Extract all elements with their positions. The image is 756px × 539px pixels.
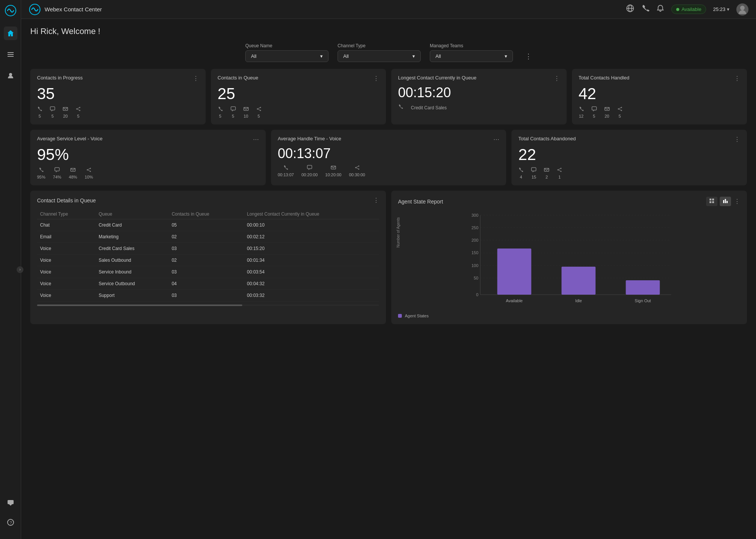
sidebar-item-menu[interactable] [4, 48, 17, 61]
phone-channel-value: 00:13:07 [278, 172, 294, 177]
kpi-total-contacts-abandoned: Total Contacts Abandoned ⋮ 22 4 15 [511, 130, 747, 185]
contact-details-card: Contact Details in Queue ⋮ Channel Type … [30, 191, 386, 324]
table-row: Voice Service Inbound 03 00:03:54 [37, 266, 379, 278]
svg-rect-3 [8, 56, 14, 57]
svg-line-26 [257, 109, 260, 110]
filter-more-button[interactable]: ⋮ [525, 52, 532, 61]
social-channel-icon [557, 167, 562, 174]
contact-details-table: Channel Type Queue Contacts in Queue Lon… [37, 209, 379, 301]
channel-type-select[interactable]: All ▾ [338, 50, 421, 62]
queue-name-select[interactable]: All ▾ [245, 50, 328, 62]
svg-line-47 [356, 168, 359, 169]
svg-rect-41 [307, 165, 312, 169]
contact-details-menu[interactable]: ⋮ [373, 197, 379, 204]
kpi-menu-button[interactable]: ⋮ [373, 75, 379, 82]
queue-name-value: All [251, 53, 256, 59]
kpi-channels: 00:13:07 00:20:00 10:20:00 00:30:00 [278, 165, 500, 177]
sidebar-item-agent[interactable] [4, 69, 17, 82]
managed-teams-chevron: ▾ [505, 53, 507, 59]
kpi-title: Average Handle Time - Voice [278, 136, 341, 142]
timer-value: 25:23 [713, 6, 725, 12]
kpi-menu-button[interactable]: ⋯ [493, 136, 499, 143]
timer-badge: 25:23 ▾ [713, 6, 730, 12]
chat-channel-value: 5 [51, 114, 54, 118]
kpi-longest-contact: Longest Contact Currently in Queue ⋮ 00:… [391, 69, 567, 124]
kpi-subinfo: Credit Card Sales [411, 105, 447, 110]
sidebar-item-messages[interactable] [4, 496, 17, 509]
agent-state-menu[interactable]: ⋮ [734, 198, 740, 205]
kpi-header: Longest Contact Currently in Queue ⋮ [398, 75, 560, 82]
kpi-value: 95% [37, 147, 259, 163]
managed-teams-select[interactable]: All ▾ [430, 50, 513, 62]
status-badge[interactable]: Available [671, 5, 706, 14]
chart-legend: Agent States [398, 314, 740, 318]
svg-line-54 [558, 170, 561, 171]
kpi-header: Contacts in Queue ⋮ [218, 75, 380, 82]
sidebar-item-home[interactable] [4, 26, 17, 40]
kpi-channel-phone: 12 [579, 106, 584, 118]
cell-contacts: 02 [169, 231, 244, 243]
kpi-menu-button[interactable]: ⋮ [554, 75, 560, 82]
kpi-channels: 5 5 20 [37, 106, 199, 118]
svg-rect-34 [55, 168, 59, 171]
chat-channel-value: 74% [53, 175, 61, 179]
kpi-channel-phone: 95% [37, 167, 45, 179]
col-queue: Queue [96, 209, 169, 219]
kpi-value: 42 [579, 86, 741, 102]
user-avatar[interactable] [736, 3, 748, 16]
phone-channel-value: 95% [37, 175, 45, 179]
chat-channel-icon [531, 167, 536, 174]
svg-rect-61 [727, 201, 728, 203]
cell-contacts: 03 [169, 290, 244, 301]
table-row: Chat Credit Card 05 00:00:10 [37, 219, 379, 231]
svg-rect-48 [531, 168, 536, 171]
svg-rect-57 [710, 201, 711, 203]
cell-channel: Chat [37, 219, 96, 231]
bar-chart-view-button[interactable] [720, 197, 731, 206]
svg-line-32 [618, 107, 621, 109]
chat-channel-icon [231, 106, 236, 113]
svg-rect-56 [712, 199, 714, 200]
kpi-channel-chat: 00:20:00 [301, 165, 318, 177]
email-channel-icon [70, 167, 76, 174]
sidebar-toggle[interactable]: › [17, 266, 23, 273]
cell-channel: Voice [37, 290, 96, 301]
kpi-channel-chat: 15 [531, 167, 536, 179]
cell-queue: Sales Outbound [96, 255, 169, 266]
channel-type-chevron: ▾ [412, 53, 415, 59]
queue-name-filter: Queue Name All ▾ [245, 43, 328, 62]
cell-channel: Voice [37, 266, 96, 278]
kpi-menu-button[interactable]: ⋮ [734, 136, 740, 143]
chat-channel-icon [50, 106, 55, 113]
grid-view-button[interactable] [706, 197, 717, 206]
topbar: Webex Contact Center [21, 0, 756, 19]
agent-state-report-card: Agent State Report [391, 191, 747, 324]
chat-channel-value: 5 [232, 114, 234, 118]
col-contacts-in-queue: Contacts in Queue [169, 209, 244, 219]
timer-chevron[interactable]: ▾ [727, 6, 730, 12]
main-area: Webex Contact Center [21, 0, 756, 539]
bell-icon[interactable] [656, 4, 665, 14]
phone-channel-icon [37, 106, 42, 113]
kpi-channels: 95% 74% 48% 10% [37, 167, 259, 179]
sidebar-item-help[interactable]: ? [4, 516, 17, 529]
cell-queue: Service Inbound [96, 266, 169, 278]
kpi-row-2: Average Service Level - Voice ⋯ 95% 95% … [30, 130, 747, 185]
globe-icon[interactable] [626, 4, 634, 14]
email-channel-icon [604, 106, 610, 113]
email-channel-value: 10:20:00 [325, 172, 341, 177]
cell-contacts: 02 [169, 255, 244, 266]
kpi-menu-button[interactable]: ⋮ [734, 75, 740, 82]
table-row: Voice Support 03 00:03:32 [37, 290, 379, 301]
svg-line-19 [77, 109, 80, 110]
kpi-menu-button[interactable]: ⋮ [193, 75, 199, 82]
phone-icon[interactable] [641, 4, 649, 14]
kpi-value: 22 [518, 147, 740, 163]
kpi-channel-social: 5 [256, 106, 262, 118]
kpi-channel-chat: 5 [592, 106, 597, 118]
email-channel-icon [243, 106, 249, 113]
managed-teams-filter: Managed Teams All ▾ [430, 43, 513, 62]
social-channel-value: 10% [85, 175, 93, 179]
kpi-menu-button[interactable]: ⋯ [253, 136, 259, 143]
managed-teams-label: Managed Teams [430, 43, 513, 48]
